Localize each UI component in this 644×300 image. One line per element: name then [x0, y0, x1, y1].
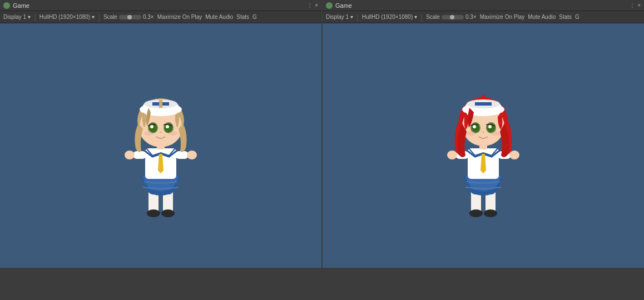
- scale-text-left: Scale: [103, 14, 117, 20]
- mute-audio-right[interactable]: Mute Audio: [528, 14, 556, 20]
- scale-control-left: Scale 0.3×: [103, 14, 154, 20]
- panel-close-btn-right[interactable]: ×: [637, 2, 641, 8]
- panel-titlebar-left: Game ⋮ ×: [0, 0, 321, 11]
- scale-text-right: Scale: [426, 14, 440, 20]
- resolution-selector-right[interactable]: HullHD (1920×1080) ▾: [362, 14, 417, 20]
- svg-point-41: [509, 151, 519, 159]
- chibi-blonde-svg: [105, 68, 216, 223]
- svg-point-11: [187, 151, 197, 159]
- scale-slider-right[interactable]: [442, 15, 464, 19]
- panels-wrapper: Game ⋮ × Display 1 ▾ | HullHD (1920×1080…: [0, 0, 644, 268]
- svg-rect-9: [175, 151, 189, 159]
- game-viewport-left: [0, 23, 321, 268]
- separator-2-left: |: [98, 13, 100, 22]
- svg-point-53: [473, 125, 476, 128]
- scale-control-right: Scale 0.3×: [426, 14, 477, 20]
- resolution-label-right: HullHD (1920×1080): [362, 14, 413, 20]
- gizmos-right[interactable]: G: [575, 14, 579, 20]
- panel-title-controls-right: ⋮ ×: [630, 2, 641, 8]
- unity-icon-right: [326, 2, 333, 9]
- panel-title-controls-left: ⋮ ×: [307, 2, 318, 8]
- chibi-redhead-svg: [428, 68, 539, 223]
- mute-audio-left[interactable]: Mute Audio: [205, 14, 233, 20]
- separator-2-right: |: [420, 13, 423, 22]
- svg-rect-8: [133, 151, 146, 159]
- display-selector-right[interactable]: Display 1 ▾: [326, 14, 353, 20]
- game-viewport-right: [323, 23, 644, 268]
- svg-point-34: [469, 209, 483, 217]
- panel-menu-btn-left[interactable]: ⋮: [307, 2, 313, 8]
- svg-point-5: [161, 209, 175, 217]
- character-right: [323, 23, 644, 268]
- scale-value-left: 0.3×: [143, 14, 154, 20]
- separator-1-right: |: [356, 13, 359, 22]
- svg-point-4: [147, 209, 160, 217]
- svg-point-40: [447, 151, 457, 159]
- game-panel-left: Game ⋮ × Display 1 ▾ | HullHD (1920×1080…: [0, 0, 321, 268]
- display-label-right: Display 1: [326, 14, 349, 20]
- svg-point-55: [482, 132, 484, 133]
- display-arrow-right: ▾: [350, 14, 353, 20]
- panel-close-btn-left[interactable]: ×: [315, 2, 318, 8]
- display-arrow-left: ▾: [28, 14, 31, 20]
- display-selector-left[interactable]: Display 1 ▾: [3, 14, 31, 20]
- scale-slider-left[interactable]: [119, 15, 141, 19]
- game-panel-right: Game ⋮ × Display 1 ▾ | HullHD (1920×1080…: [323, 0, 644, 268]
- gizmos-left[interactable]: G: [252, 14, 257, 20]
- stats-left[interactable]: Stats: [236, 14, 249, 20]
- svg-point-28: [144, 131, 153, 136]
- scale-value-right: 0.3×: [465, 14, 477, 20]
- bottom-bar: [0, 268, 644, 300]
- svg-point-35: [484, 209, 497, 217]
- svg-point-10: [125, 151, 135, 159]
- display-label-left: Display 1: [3, 14, 26, 20]
- svg-point-26: [166, 125, 169, 128]
- maximize-on-play-right[interactable]: Maximize On Play: [480, 14, 525, 20]
- character-left: [0, 23, 321, 268]
- svg-point-29: [169, 131, 177, 136]
- panel-title-right: Game: [335, 2, 352, 9]
- panel-menu-btn-right[interactable]: ⋮: [630, 2, 635, 8]
- resolution-selector-left[interactable]: HullHD (1920×1080) ▾: [39, 14, 95, 20]
- unity-icon-left: [3, 2, 10, 9]
- svg-rect-20: [159, 100, 162, 108]
- svg-point-25: [150, 125, 153, 128]
- stats-right[interactable]: Stats: [559, 14, 572, 20]
- svg-point-56: [467, 131, 475, 136]
- separator-1-left: |: [34, 13, 36, 22]
- svg-point-27: [160, 132, 162, 133]
- resolution-arrow-left: ▾: [92, 14, 95, 20]
- panel-title-left: Game: [13, 2, 29, 9]
- resolution-label-left: HullHD (1920×1080): [39, 14, 90, 20]
- panel-toolbar-right: Display 1 ▾ | HullHD (1920×1080) ▾ | Sca…: [323, 11, 644, 23]
- panel-toolbar-left: Display 1 ▾ | HullHD (1920×1080) ▾ | Sca…: [0, 11, 321, 23]
- svg-point-54: [488, 125, 492, 128]
- resolution-arrow-right: ▾: [414, 14, 417, 20]
- panel-titlebar-right: Game ⋮ ×: [323, 0, 644, 11]
- svg-rect-48: [475, 102, 492, 106]
- maximize-on-play-left[interactable]: Maximize On Play: [157, 14, 202, 20]
- svg-point-57: [491, 131, 500, 136]
